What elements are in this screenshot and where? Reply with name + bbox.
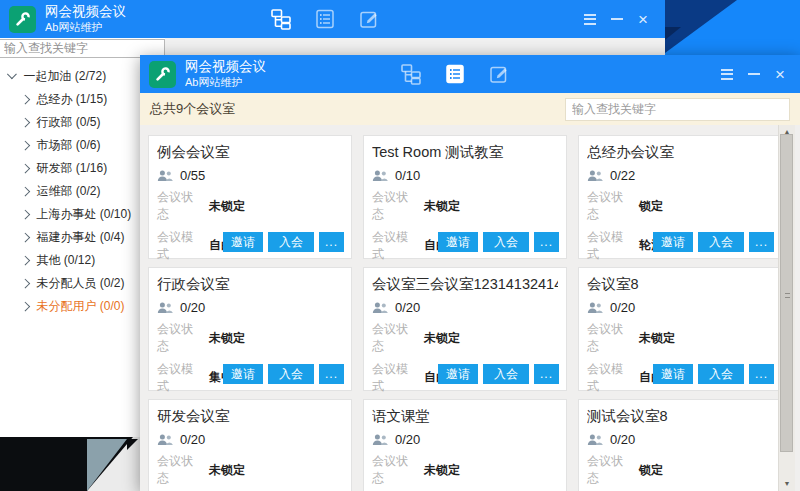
join-button[interactable]: 入会 [268,364,314,384]
room-status-value: 未锁定 [424,198,460,215]
tree-item-label: 市场部 (0/6) [37,137,101,154]
app-title: 网会视频会议 [185,59,266,75]
occupancy-count: 0/10 [395,168,420,183]
scrollbar-grip [785,293,790,298]
room-actions: 邀请入会... [438,364,559,384]
more-options-button[interactable]: ... [534,232,559,252]
app-titles: 网会视频会议 Ab网站维护 [185,59,266,88]
more-options-button[interactable]: ... [319,364,344,384]
tree-item-label: 其他 (0/12) [37,252,96,269]
chevron-right-icon[interactable] [21,301,30,310]
room-status-row: 会议状态未锁定 [157,453,343,487]
wrench-icon [154,66,171,83]
menu-icon[interactable] [584,14,596,25]
room-search-input[interactable] [565,98,790,121]
chevron-right-icon[interactable] [21,255,30,264]
join-button[interactable]: 入会 [268,232,314,252]
edit-icon[interactable] [358,8,380,30]
occupancy-row: 0/20 [157,300,343,315]
org-chart-icon[interactable] [270,8,292,30]
room-mode-label: 会议模式 [587,361,633,395]
background-window-titlebar: 网会视频会议 Ab网站维护 × [0,0,665,38]
meeting-rooms-window: 网会视频会议 Ab网站维护 × [140,55,800,491]
meeting-room-card: 测试会议室80/20会议状态锁定会议模式自由讨论到期时间2021-06-30 2… [578,399,782,491]
invite-button[interactable]: 邀请 [438,232,478,252]
room-title: Test Room 测试教室 [372,143,558,162]
room-status-label: 会议状态 [372,321,418,355]
vertical-scrollbar[interactable]: ▲ ▼ [778,125,795,491]
close-icon[interactable]: × [638,11,648,28]
chevron-right-icon[interactable] [21,117,30,126]
tree-item-label: 行政部 (0/5) [37,114,101,131]
chevron-right-icon[interactable] [21,209,30,218]
invite-button[interactable]: 邀请 [223,364,263,384]
chevron-down-icon[interactable] [8,70,17,79]
occupancy-count: 0/20 [180,300,205,315]
chevron-right-icon[interactable] [21,278,30,287]
minimize-icon[interactable] [611,18,623,20]
app-titles: 网会视频会议 Ab网站维护 [45,4,126,33]
room-status-label: 会议状态 [587,189,633,223]
chevron-right-icon[interactable] [21,163,30,172]
chevron-right-icon[interactable] [21,232,30,241]
more-options-button[interactable]: ... [319,232,344,252]
occupancy-count: 0/20 [395,432,420,447]
room-status-label: 会议状态 [157,189,203,223]
chevron-right-icon[interactable] [21,94,30,103]
room-status-value: 未锁定 [209,198,245,215]
room-status-row: 会议状态锁定 [587,453,773,487]
occupancy-row: 0/20 [372,432,558,447]
more-options-button[interactable]: ... [749,364,774,384]
chevron-right-icon[interactable] [21,186,30,195]
scroll-down-icon[interactable]: ▼ [779,477,795,491]
edit-icon[interactable] [488,63,510,85]
occupancy-row: 0/20 [587,432,773,447]
menu-icon[interactable] [721,69,733,80]
occupancy-row: 0/22 [587,168,773,183]
tree-item-label: 福建办事处 (0/4) [37,229,125,246]
occupancy-count: 0/20 [610,432,635,447]
room-status-value: 未锁定 [209,462,245,479]
room-status-row: 会议状态锁定 [587,189,773,223]
close-icon[interactable]: × [775,66,785,83]
more-options-button[interactable]: ... [534,364,559,384]
org-chart-icon[interactable] [400,63,422,85]
more-options-button[interactable]: ... [749,232,774,252]
meeting-room-card: 总经办会议室0/22会议状态锁定会议模式轮流汇报到期时间2022-01-01 2… [578,135,782,259]
wallpaper-shapes [0,437,140,491]
app-logo [149,61,176,88]
scrollbar-thumb[interactable] [780,134,793,452]
room-actions: 邀请入会... [223,364,344,384]
room-status-row: 会议状态未锁定 [157,189,343,223]
invite-button[interactable]: 邀请 [223,232,263,252]
room-status-row: 会议状态未锁定 [372,189,558,223]
tree-item-label: 研发部 (1/16) [37,160,108,177]
meeting-room-card: 会议室三会议室123141324141三会...0/20会议状态未锁定会议模式自… [363,267,567,391]
invite-button[interactable]: 邀请 [653,364,693,384]
join-button[interactable]: 入会 [483,232,529,252]
room-status-row: 会议状态未锁定 [372,321,558,355]
join-button[interactable]: 入会 [698,232,744,252]
room-title: 行政会议室 [157,275,343,294]
minimize-icon[interactable] [748,73,760,75]
room-mode-label: 会议模式 [157,229,203,263]
occupancy-row: 0/10 [372,168,558,183]
room-status-label: 会议状态 [587,453,633,487]
room-title: 例会会议室 [157,143,343,162]
room-list-icon[interactable] [444,63,466,85]
chevron-right-icon[interactable] [21,140,30,149]
join-button[interactable]: 入会 [698,364,744,384]
invite-button[interactable]: 邀请 [438,364,478,384]
room-status-label: 会议状态 [372,453,418,487]
room-status-value: 未锁定 [424,462,460,479]
people-icon [587,434,603,446]
occupancy-count: 0/20 [610,300,635,315]
room-status-row: 会议状态未锁定 [372,453,558,487]
app-logo [9,6,36,33]
people-icon [372,434,388,446]
room-actions: 邀请入会... [223,232,344,252]
room-mode-label: 会议模式 [372,361,418,395]
invite-button[interactable]: 邀请 [653,232,693,252]
join-button[interactable]: 入会 [483,364,529,384]
room-list-icon[interactable] [314,8,336,30]
